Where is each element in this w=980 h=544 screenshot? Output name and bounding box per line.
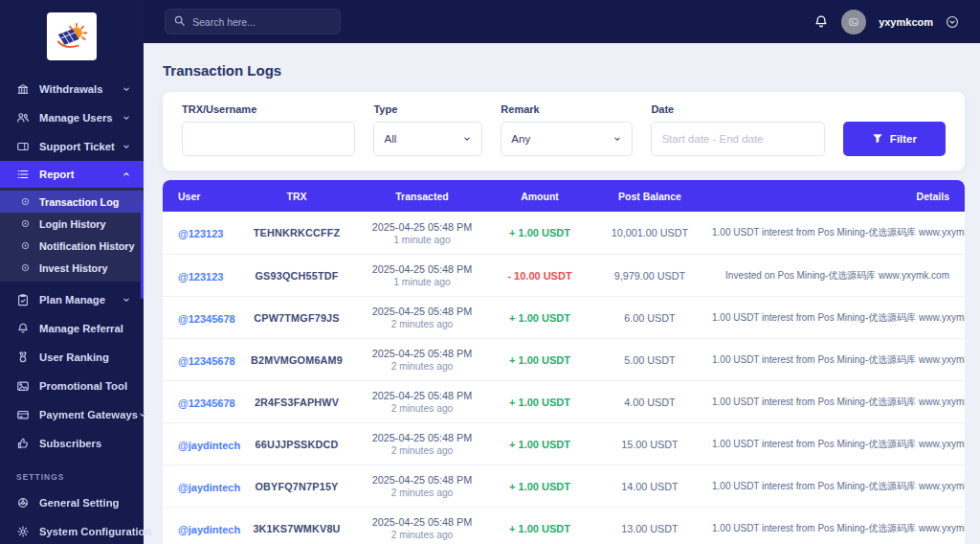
username-link[interactable]: @123123 [178, 271, 223, 283]
transactions-table: User TRX Transacted Amount Post Balance … [163, 180, 965, 544]
sidebar-item-system-configuration[interactable]: System Configuration [0, 517, 144, 544]
table-row: @123123 TEHNKRKCCFFZ 2025-04-25 05:48 PM… [163, 212, 965, 254]
brand-logo[interactable] [47, 12, 97, 60]
gear-icon [16, 525, 30, 538]
username-link[interactable]: @jaydintech [178, 524, 240, 535]
sidebar-item-manage-users[interactable]: Manage Users [0, 103, 144, 132]
filter-button[interactable]: Filter [843, 122, 946, 156]
amount-cell: + 1.00 USDT [492, 439, 588, 450]
sidebar-item-plan-manage[interactable]: Plan Manage [0, 285, 144, 314]
filter-field-remark: Remark Any [501, 103, 633, 156]
username-filter-input[interactable] [182, 122, 355, 156]
username-link[interactable]: @jaydintech [178, 482, 240, 493]
filter-button-label: Filter [890, 133, 917, 145]
transacted-datetime: 2025-04-25 05:48 PM [352, 432, 492, 443]
filter-card: TRX/Username Type All Remark Any Date Fi… [163, 92, 965, 170]
header-amount: Amount [492, 191, 588, 202]
bell-icon [16, 322, 30, 335]
report-submenu: Transaction Log Login History Notificati… [0, 188, 144, 282]
avatar[interactable] [841, 10, 866, 34]
user-cell: @jaydintech [163, 520, 241, 537]
trx-cell: CPW7TMGF79JS [241, 312, 352, 324]
sidebar-item-withdrawals[interactable]: Withdrawals [0, 75, 144, 103]
sidebar-item-manage-referral[interactable]: Manage Referral [0, 314, 144, 343]
post-balance-cell: 4.00 USDT [588, 397, 712, 408]
funnel-icon [872, 133, 883, 145]
table-row: @jaydintech OBYFQ7N7P15Y 2025-04-25 05:4… [163, 465, 965, 507]
type-selected-value: All [384, 133, 396, 145]
sidebar-item-notification-history[interactable]: Notification History [0, 235, 144, 257]
sidebar-item-login-history[interactable]: Login History [0, 213, 144, 235]
username-label[interactable]: yxymkcom [879, 16, 933, 28]
sidebar-item-label: Manage Referral [39, 323, 123, 334]
username-link[interactable]: @12345678 [178, 397, 235, 409]
username-link[interactable]: @12345678 [178, 355, 235, 367]
transacted-datetime: 2025-04-25 05:48 PM [352, 390, 492, 401]
user-cell: @123123 [163, 224, 241, 241]
chevron-down-icon [122, 295, 131, 305]
transacted-cell: 2025-04-25 05:48 PM 2 minutes ago [352, 306, 492, 329]
filter-field-type: Type All [373, 103, 482, 156]
transacted-relative-time: 2 minutes ago [352, 487, 492, 498]
chevron-down-icon [462, 134, 472, 144]
username-link[interactable]: @12345678 [178, 313, 235, 325]
remark-filter-select[interactable]: Any [501, 122, 633, 156]
transacted-datetime: 2025-04-25 05:48 PM [352, 221, 492, 233]
sidebar-item-support-ticket[interactable]: Support Ticket [0, 132, 144, 161]
transacted-relative-time: 2 minutes ago [352, 319, 492, 329]
username-filter-label: TRX/Username [182, 103, 355, 115]
user-menu-chevron-icon[interactable] [946, 15, 959, 29]
chevron-down-icon [122, 113, 131, 123]
username-link[interactable]: @123123 [178, 228, 223, 239]
sidebar-item-general-setting[interactable]: General Setting [0, 488, 144, 517]
post-balance-cell: 13.00 USDT [588, 523, 712, 534]
image-icon [16, 379, 30, 393]
transacted-relative-time: 1 minute ago [352, 277, 492, 287]
circle-dot-icon [20, 240, 31, 251]
sidebar-item-transaction-log[interactable]: Transaction Log [0, 191, 144, 213]
users-icon [16, 111, 30, 125]
transacted-cell: 2025-04-25 05:48 PM 1 minute ago [352, 221, 492, 245]
sidebar-scrollbar-thumb[interactable] [141, 201, 144, 299]
sidebar-item-promotional-tool[interactable]: Promotional Tool [0, 372, 144, 400]
post-balance-cell: 5.00 USDT [588, 354, 712, 366]
transacted-cell: 2025-04-25 05:48 PM 2 minutes ago [352, 474, 492, 498]
type-filter-select[interactable]: All [373, 122, 482, 156]
sidebar-item-subscribers[interactable]: Subscribers [0, 429, 144, 458]
amount-cell: - 10.00 USDT [492, 270, 588, 282]
username-link[interactable]: @jaydintech [178, 440, 240, 451]
trx-cell: 2R4FS3FAPHWV [241, 397, 352, 408]
sidebar-item-report[interactable]: Report [0, 161, 144, 188]
type-filter-label: Type [373, 103, 482, 115]
list-icon [16, 168, 30, 181]
details-cell: 1.00 USDT interest from Pos Mining-优选源码库… [712, 396, 965, 409]
chevron-down-icon [612, 134, 622, 144]
user-cell: @12345678 [163, 351, 241, 369]
header-user: User [163, 191, 241, 202]
search-icon [173, 14, 186, 27]
sidebar-item-invest-history[interactable]: Invest History [0, 257, 144, 279]
remark-filter-label: Remark [501, 103, 633, 115]
amount-cell: + 1.00 USDT [492, 397, 588, 408]
sidebar-item-user-ranking[interactable]: User Ranking [0, 343, 144, 372]
thumbs-up-icon [16, 437, 30, 450]
transacted-cell: 2025-04-25 05:48 PM 1 minute ago [352, 263, 492, 287]
date-range-input[interactable] [651, 122, 824, 156]
sidebar-item-payment-gateways[interactable]: Payment Gateways [0, 400, 144, 429]
sidebar-item-label: General Setting [39, 497, 120, 509]
chevron-up-icon [122, 170, 131, 179]
transacted-cell: 2025-04-25 05:48 PM 2 minutes ago [352, 348, 492, 372]
user-cell: @123123 [163, 267, 241, 284]
transacted-datetime: 2025-04-25 05:48 PM [352, 348, 492, 359]
table-header-row: User TRX Transacted Amount Post Balance … [163, 180, 965, 212]
chevron-down-icon [138, 410, 147, 419]
transacted-relative-time: 2 minutes ago [352, 530, 492, 540]
transacted-relative-time: 2 minutes ago [352, 403, 492, 414]
chevron-down-icon [122, 142, 131, 151]
wheel-icon [16, 496, 30, 510]
search-input[interactable] [165, 9, 341, 34]
notification-bell-icon[interactable] [813, 14, 829, 30]
details-cell: Invested on Pos Mining-优选源码库 www.yxymk.c… [712, 269, 965, 283]
transacted-datetime: 2025-04-25 05:48 PM [352, 306, 492, 317]
submenu-item-label: Invest History [39, 262, 107, 274]
